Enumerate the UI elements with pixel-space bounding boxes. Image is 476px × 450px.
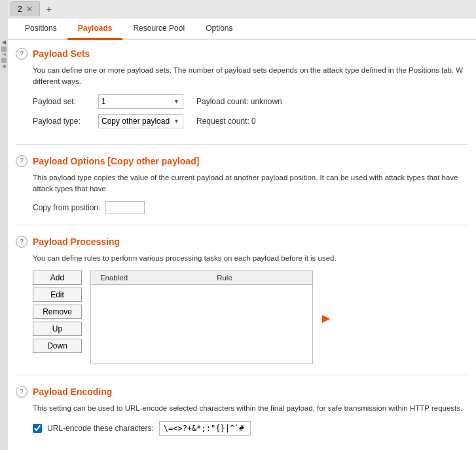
payload-sets-section: ? Payload Sets You can define one or mor… bbox=[16, 48, 468, 145]
payload-encoding-header: ? Payload Encoding bbox=[16, 386, 468, 398]
payload-count-display: Payload count: unknown bbox=[196, 97, 282, 106]
payload-set-label: Payload set: bbox=[33, 97, 98, 106]
payload-type-row: Payload type: Copy other payload Simple … bbox=[16, 114, 468, 128]
main-content: 2 ✕ + Positions Payloads Resource Pool O… bbox=[8, 0, 476, 450]
processing-area: Add Edit Remove Up Down Enabled Rule bbox=[16, 271, 468, 364]
copy-from-label: Copy from position: bbox=[33, 203, 100, 212]
col-header-enabled: Enabled bbox=[91, 271, 137, 284]
payload-options-help-icon[interactable]: ? bbox=[16, 155, 27, 167]
payload-type-select[interactable]: Copy other payload Simple list Runtime f… bbox=[98, 114, 183, 128]
tab-options[interactable]: Options bbox=[195, 18, 243, 40]
add-rule-button[interactable]: Add bbox=[33, 271, 82, 285]
url-encode-checkbox[interactable] bbox=[33, 424, 42, 433]
payload-encoding-description: This setting can be used to URL-encode s… bbox=[16, 403, 468, 414]
tab-close-icon[interactable]: ✕ bbox=[26, 5, 33, 14]
payload-count-label: Payload count: bbox=[196, 97, 248, 106]
sidebar-dot-2 bbox=[1, 58, 7, 63]
sidebar-e[interactable]: E bbox=[1, 53, 7, 56]
processing-table-header: Enabled Rule bbox=[91, 271, 312, 285]
up-rule-button[interactable]: Up bbox=[33, 322, 82, 336]
sidebar-target[interactable]: ⊕ bbox=[1, 64, 7, 69]
add-tab-button[interactable]: + bbox=[41, 1, 57, 17]
copy-from-input[interactable] bbox=[105, 201, 145, 214]
sidebar-arrow[interactable]: ◀ bbox=[1, 39, 7, 45]
tab-payloads[interactable]: Payloads bbox=[67, 18, 123, 40]
payload-encoding-section: ? Payload Encoding This setting can be u… bbox=[16, 386, 468, 445]
payload-processing-header: ? Payload Processing bbox=[16, 236, 468, 248]
payload-sets-header: ? Payload Sets bbox=[16, 48, 468, 60]
url-encode-chars-input[interactable] bbox=[159, 421, 251, 436]
payload-set-select[interactable]: 1 2 3 4 bbox=[98, 94, 183, 109]
tab-label: 2 bbox=[18, 5, 22, 14]
col-header-rule: Rule bbox=[137, 271, 312, 284]
nav-tabs: Positions Payloads Resource Pool Options bbox=[8, 18, 476, 40]
request-count-value: 0 bbox=[251, 117, 256, 126]
red-arrow-icon: ▶ bbox=[322, 311, 330, 324]
top-tab-bar: 2 ✕ + bbox=[8, 0, 476, 18]
request-count-display: Request count: 0 bbox=[196, 117, 256, 126]
top-tab-2[interactable]: 2 ✕ bbox=[10, 1, 40, 16]
payload-options-header: ? Payload Options [Copy other payload] bbox=[16, 155, 468, 167]
payload-type-select-wrapper[interactable]: Copy other payload Simple list Runtime f… bbox=[98, 114, 183, 128]
payload-set-row: Payload set: 1 2 3 4 Payload count: unkn… bbox=[16, 94, 468, 109]
remove-rule-button[interactable]: Remove bbox=[33, 305, 82, 319]
encoding-row: URL-encode these characters: bbox=[16, 421, 468, 436]
sidebar-dot-1 bbox=[1, 47, 7, 52]
payload-processing-description: You can define rules to perform various … bbox=[16, 253, 468, 264]
payload-encoding-title: Payload Encoding bbox=[33, 386, 112, 397]
down-rule-button[interactable]: Down bbox=[33, 339, 82, 353]
payload-options-description: This payload type copies the value of th… bbox=[16, 172, 468, 195]
payload-processing-help-icon[interactable]: ? bbox=[16, 236, 27, 248]
payload-processing-title: Payload Processing bbox=[33, 236, 120, 247]
tab-resource-pool[interactable]: Resource Pool bbox=[122, 18, 195, 40]
tab-positions[interactable]: Positions bbox=[14, 18, 67, 40]
payload-sets-title: Payload Sets bbox=[33, 48, 90, 59]
payload-processing-section: ? Payload Processing You can define rule… bbox=[16, 236, 468, 375]
url-encode-label: URL-encode these characters: bbox=[47, 424, 154, 433]
copy-from-row: Copy from position: bbox=[16, 201, 468, 214]
content-area: ? Payload Sets You can define one or mor… bbox=[8, 40, 476, 450]
payload-encoding-help-icon[interactable]: ? bbox=[16, 386, 27, 398]
payload-count-value: unknown bbox=[251, 97, 282, 106]
payload-options-title: Payload Options [Copy other payload] bbox=[33, 156, 199, 166]
url-encode-label-text: URL-encode these characters: bbox=[47, 424, 154, 433]
payload-sets-description: You can define one or more payload sets.… bbox=[16, 65, 468, 88]
payload-set-select-wrapper[interactable]: 1 2 3 4 bbox=[98, 94, 183, 109]
processing-buttons: Add Edit Remove Up Down bbox=[33, 271, 85, 364]
edit-rule-button[interactable]: Edit bbox=[33, 288, 82, 302]
left-sidebar: ◀ E ⊕ bbox=[0, 0, 8, 450]
processing-table: Enabled Rule bbox=[90, 271, 313, 364]
payload-sets-help-icon[interactable]: ? bbox=[16, 48, 27, 60]
processing-table-body bbox=[91, 285, 312, 364]
payload-type-label: Payload type: bbox=[33, 117, 98, 126]
request-count-label: Request count: bbox=[196, 117, 249, 126]
payload-options-section: ? Payload Options [Copy other payload] T… bbox=[16, 155, 468, 226]
